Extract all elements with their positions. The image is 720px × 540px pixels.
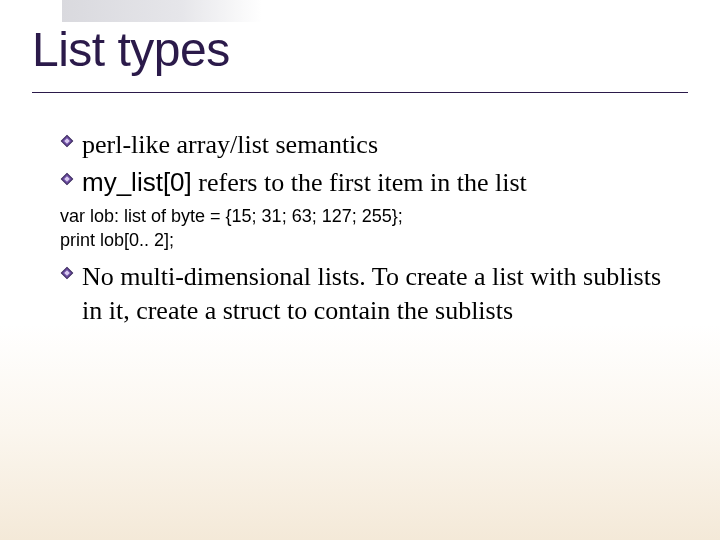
list-item: my_list[0] refers to the first item in t… bbox=[60, 166, 680, 200]
bullet-text: No multi-dimensional lists. To create a … bbox=[82, 260, 680, 328]
code-block: var lob: list of byte = {15; 31; 63; 127… bbox=[60, 204, 680, 253]
diamond-bullet-icon bbox=[60, 128, 82, 154]
diamond-bullet-icon bbox=[60, 166, 82, 192]
slide: List types perl-like array/list semantic… bbox=[0, 0, 720, 540]
code-line: var lob: list of byte = {15; 31; 63; 127… bbox=[60, 204, 680, 228]
bullet-text-tail: refers to the first item in the list bbox=[192, 168, 527, 197]
slide-body: perl-like array/list semantics my_list[0… bbox=[60, 128, 680, 332]
code-line: print lob[0.. 2]; bbox=[60, 228, 680, 252]
bullet-text: perl-like array/list semantics bbox=[82, 128, 378, 162]
page-title: List types bbox=[32, 24, 230, 77]
bullet-text: my_list[0] refers to the first item in t… bbox=[82, 166, 527, 200]
diamond-bullet-icon bbox=[60, 260, 82, 286]
list-item: perl-like array/list semantics bbox=[60, 128, 680, 162]
inline-code: my_list[0] bbox=[82, 167, 192, 197]
decorative-shadow bbox=[62, 0, 262, 22]
title-rule bbox=[32, 92, 688, 93]
list-item: No multi-dimensional lists. To create a … bbox=[60, 260, 680, 328]
